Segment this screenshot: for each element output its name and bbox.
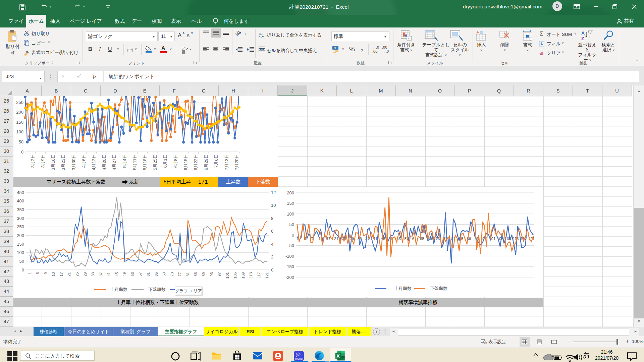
svg-text:3月23日: 3月23日 bbox=[61, 154, 66, 170]
svg-text:5月4日: 5月4日 bbox=[122, 154, 127, 168]
svg-text:10: 10 bbox=[271, 203, 276, 208]
svg-text:33: 33 bbox=[91, 272, 95, 277]
svg-text:300: 300 bbox=[17, 216, 24, 221]
svg-text:4月6日: 4月6日 bbox=[81, 154, 86, 168]
svg-text:150: 150 bbox=[16, 120, 23, 125]
svg-text:7月13日: 7月13日 bbox=[224, 154, 229, 170]
svg-text:@: @ bbox=[296, 352, 301, 358]
svg-text:6月22日: 6月22日 bbox=[193, 154, 198, 170]
svg-text:100: 100 bbox=[16, 129, 23, 134]
svg-text:3月9日: 3月9日 bbox=[40, 154, 45, 168]
svg-text:4月20日: 4月20日 bbox=[102, 154, 107, 170]
svg-text:6: 6 bbox=[271, 229, 273, 234]
svg-text:85: 85 bbox=[194, 272, 198, 277]
svg-text:73: 73 bbox=[170, 272, 174, 277]
svg-text:61: 61 bbox=[146, 272, 150, 277]
svg-text:21: 21 bbox=[334, 237, 338, 241]
svg-text:6月1日: 6月1日 bbox=[163, 154, 168, 168]
svg-text:7月6日: 7月6日 bbox=[214, 154, 219, 168]
svg-text:150: 150 bbox=[17, 242, 24, 247]
svg-text:37: 37 bbox=[99, 272, 103, 277]
svg-text:50: 50 bbox=[19, 139, 23, 144]
svg-text:29: 29 bbox=[83, 272, 87, 277]
svg-text:25: 25 bbox=[75, 272, 79, 277]
svg-text:200: 200 bbox=[287, 190, 294, 195]
svg-text:4: 4 bbox=[271, 242, 273, 247]
svg-text:81: 81 bbox=[186, 272, 190, 277]
svg-text:1: 1 bbox=[28, 272, 32, 274]
svg-text:57: 57 bbox=[138, 272, 142, 277]
svg-text:113: 113 bbox=[249, 272, 253, 278]
svg-text:5: 5 bbox=[36, 272, 40, 274]
svg-text:49: 49 bbox=[122, 272, 126, 277]
svg-text:9: 9 bbox=[44, 272, 48, 274]
svg-text:5月11日: 5月11日 bbox=[132, 154, 137, 170]
svg-text:-100: -100 bbox=[285, 254, 294, 259]
svg-text:250: 250 bbox=[17, 224, 24, 229]
svg-text:0: 0 bbox=[22, 267, 24, 273]
svg-text:250: 250 bbox=[16, 100, 23, 105]
svg-text:150: 150 bbox=[287, 201, 294, 206]
svg-text:113: 113 bbox=[513, 237, 519, 241]
svg-text:8: 8 bbox=[271, 216, 273, 221]
svg-text:上昇率数: 上昇率数 bbox=[110, 287, 127, 292]
svg-text:下落率数: 下落率数 bbox=[430, 286, 447, 291]
svg-text:-50: -50 bbox=[288, 243, 294, 248]
svg-text:4月27日: 4月27日 bbox=[112, 154, 117, 170]
svg-text:5月25日: 5月25日 bbox=[153, 154, 158, 170]
svg-text:6月15日: 6月15日 bbox=[183, 154, 188, 170]
svg-text:21: 21 bbox=[67, 272, 71, 277]
svg-text:89: 89 bbox=[202, 272, 206, 277]
svg-text:6月29日: 6月29日 bbox=[204, 154, 209, 170]
svg-text:0: 0 bbox=[271, 267, 273, 273]
svg-text:Z: Z bbox=[581, 36, 584, 41]
svg-text:ab: ab bbox=[235, 30, 241, 36]
svg-text:69: 69 bbox=[162, 272, 166, 277]
svg-text:77: 77 bbox=[178, 272, 182, 277]
svg-text:≠: ≠ bbox=[408, 37, 410, 40]
svg-text:4月13日: 4月13日 bbox=[91, 154, 96, 170]
svg-text:41: 41 bbox=[107, 272, 111, 277]
svg-text:2: 2 bbox=[271, 254, 273, 259]
svg-text:0: 0 bbox=[21, 149, 23, 155]
svg-text:3月30日: 3月30日 bbox=[71, 154, 76, 170]
svg-text:121: 121 bbox=[265, 272, 269, 279]
svg-text:93: 93 bbox=[210, 272, 214, 277]
svg-text:100: 100 bbox=[17, 250, 24, 255]
svg-text:13: 13 bbox=[51, 272, 55, 277]
svg-text:200: 200 bbox=[16, 110, 23, 115]
svg-text:109: 109 bbox=[241, 272, 245, 279]
svg-text:65: 65 bbox=[154, 272, 158, 277]
svg-text:-200: -200 bbox=[285, 275, 294, 280]
svg-text:400: 400 bbox=[17, 198, 24, 203]
svg-text:-150: -150 bbox=[285, 264, 294, 269]
svg-text:3月2日: 3月2日 bbox=[30, 154, 35, 168]
svg-text:50: 50 bbox=[19, 259, 24, 264]
svg-text:101: 101 bbox=[225, 272, 229, 279]
svg-text:50: 50 bbox=[289, 222, 294, 227]
svg-text:97: 97 bbox=[217, 272, 221, 277]
svg-text:12: 12 bbox=[271, 190, 276, 195]
svg-text:17: 17 bbox=[59, 272, 63, 277]
svg-text:53: 53 bbox=[130, 272, 135, 277]
svg-text:3月16日: 3月16日 bbox=[51, 154, 56, 170]
svg-text:menu: menu bbox=[295, 357, 303, 360]
svg-text:0: 0 bbox=[292, 233, 294, 238]
svg-text:下落率数: 下落率数 bbox=[148, 287, 166, 292]
svg-text:5月18日: 5月18日 bbox=[142, 154, 147, 170]
svg-text:117: 117 bbox=[257, 272, 261, 278]
svg-text:A: A bbox=[581, 31, 585, 36]
svg-text:350: 350 bbox=[17, 207, 24, 212]
svg-text:7月20日: 7月20日 bbox=[234, 154, 239, 170]
svg-text:45: 45 bbox=[115, 272, 119, 277]
svg-text:100: 100 bbox=[287, 212, 294, 217]
svg-text:X: X bbox=[336, 353, 340, 359]
svg-text:450: 450 bbox=[17, 190, 24, 195]
svg-text:200: 200 bbox=[17, 233, 24, 238]
svg-text:105: 105 bbox=[233, 272, 237, 279]
svg-text:上昇率数: 上昇率数 bbox=[394, 286, 412, 291]
svg-text:c: c bbox=[259, 35, 260, 39]
svg-text:6月8日: 6月8日 bbox=[173, 154, 178, 168]
